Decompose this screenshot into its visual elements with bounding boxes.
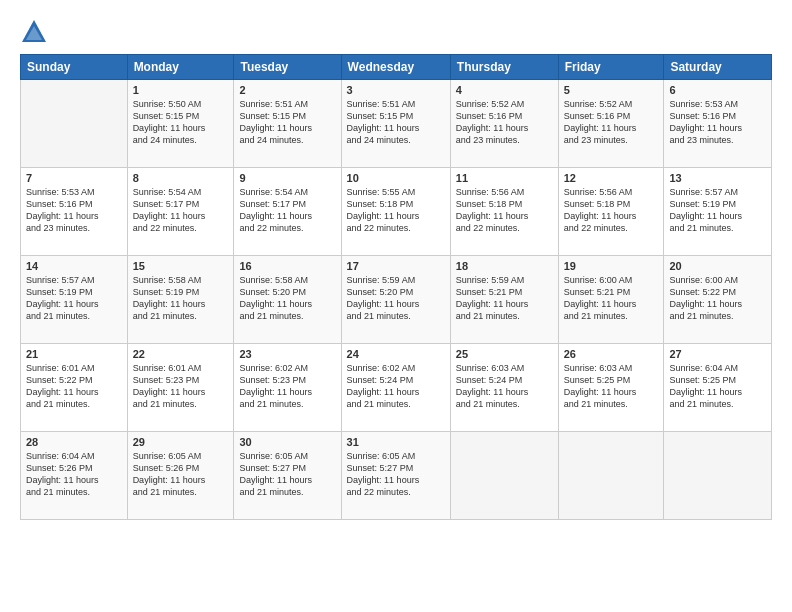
day-number: 21 — [26, 348, 122, 360]
day-header-sunday: Sunday — [21, 55, 128, 80]
calendar-cell: 25Sunrise: 6:03 AMSunset: 5:24 PMDayligh… — [450, 344, 558, 432]
day-header-tuesday: Tuesday — [234, 55, 341, 80]
day-info: Sunrise: 6:03 AMSunset: 5:24 PMDaylight:… — [456, 362, 553, 411]
day-info: Sunrise: 5:58 AMSunset: 5:19 PMDaylight:… — [133, 274, 229, 323]
day-info: Sunrise: 5:57 AMSunset: 5:19 PMDaylight:… — [669, 186, 766, 235]
day-info: Sunrise: 5:56 AMSunset: 5:18 PMDaylight:… — [564, 186, 659, 235]
day-info: Sunrise: 6:01 AMSunset: 5:22 PMDaylight:… — [26, 362, 122, 411]
header — [20, 18, 772, 46]
day-info: Sunrise: 5:59 AMSunset: 5:21 PMDaylight:… — [456, 274, 553, 323]
day-number: 9 — [239, 172, 335, 184]
day-number: 10 — [347, 172, 445, 184]
calendar-cell: 31Sunrise: 6:05 AMSunset: 5:27 PMDayligh… — [341, 432, 450, 520]
day-info: Sunrise: 5:51 AMSunset: 5:15 PMDaylight:… — [239, 98, 335, 147]
day-info: Sunrise: 5:56 AMSunset: 5:18 PMDaylight:… — [456, 186, 553, 235]
day-info: Sunrise: 6:00 AMSunset: 5:21 PMDaylight:… — [564, 274, 659, 323]
day-info: Sunrise: 5:55 AMSunset: 5:18 PMDaylight:… — [347, 186, 445, 235]
day-info: Sunrise: 6:03 AMSunset: 5:25 PMDaylight:… — [564, 362, 659, 411]
day-info: Sunrise: 6:00 AMSunset: 5:22 PMDaylight:… — [669, 274, 766, 323]
calendar-cell: 27Sunrise: 6:04 AMSunset: 5:25 PMDayligh… — [664, 344, 772, 432]
day-number: 17 — [347, 260, 445, 272]
calendar-cell — [558, 432, 664, 520]
day-info: Sunrise: 6:02 AMSunset: 5:23 PMDaylight:… — [239, 362, 335, 411]
day-info: Sunrise: 6:04 AMSunset: 5:26 PMDaylight:… — [26, 450, 122, 499]
calendar-header-row: SundayMondayTuesdayWednesdayThursdayFrid… — [21, 55, 772, 80]
day-header-friday: Friday — [558, 55, 664, 80]
day-number: 11 — [456, 172, 553, 184]
day-header-wednesday: Wednesday — [341, 55, 450, 80]
day-number: 3 — [347, 84, 445, 96]
calendar-cell: 8Sunrise: 5:54 AMSunset: 5:17 PMDaylight… — [127, 168, 234, 256]
day-info: Sunrise: 6:05 AMSunset: 5:27 PMDaylight:… — [347, 450, 445, 499]
calendar-week-5: 28Sunrise: 6:04 AMSunset: 5:26 PMDayligh… — [21, 432, 772, 520]
day-number: 2 — [239, 84, 335, 96]
calendar-cell: 23Sunrise: 6:02 AMSunset: 5:23 PMDayligh… — [234, 344, 341, 432]
calendar-cell — [450, 432, 558, 520]
day-number: 8 — [133, 172, 229, 184]
calendar-week-4: 21Sunrise: 6:01 AMSunset: 5:22 PMDayligh… — [21, 344, 772, 432]
calendar-table: SundayMondayTuesdayWednesdayThursdayFrid… — [20, 54, 772, 520]
calendar-cell: 14Sunrise: 5:57 AMSunset: 5:19 PMDayligh… — [21, 256, 128, 344]
day-info: Sunrise: 5:50 AMSunset: 5:15 PMDaylight:… — [133, 98, 229, 147]
day-info: Sunrise: 5:54 AMSunset: 5:17 PMDaylight:… — [239, 186, 335, 235]
day-info: Sunrise: 5:57 AMSunset: 5:19 PMDaylight:… — [26, 274, 122, 323]
day-info: Sunrise: 6:01 AMSunset: 5:23 PMDaylight:… — [133, 362, 229, 411]
calendar-cell: 17Sunrise: 5:59 AMSunset: 5:20 PMDayligh… — [341, 256, 450, 344]
day-number: 13 — [669, 172, 766, 184]
calendar-cell: 6Sunrise: 5:53 AMSunset: 5:16 PMDaylight… — [664, 80, 772, 168]
logo — [20, 18, 52, 46]
calendar-cell: 4Sunrise: 5:52 AMSunset: 5:16 PMDaylight… — [450, 80, 558, 168]
calendar-cell: 19Sunrise: 6:00 AMSunset: 5:21 PMDayligh… — [558, 256, 664, 344]
calendar-cell: 7Sunrise: 5:53 AMSunset: 5:16 PMDaylight… — [21, 168, 128, 256]
calendar-cell: 28Sunrise: 6:04 AMSunset: 5:26 PMDayligh… — [21, 432, 128, 520]
day-info: Sunrise: 6:02 AMSunset: 5:24 PMDaylight:… — [347, 362, 445, 411]
day-number: 24 — [347, 348, 445, 360]
calendar-cell: 11Sunrise: 5:56 AMSunset: 5:18 PMDayligh… — [450, 168, 558, 256]
day-header-thursday: Thursday — [450, 55, 558, 80]
day-number: 5 — [564, 84, 659, 96]
day-number: 4 — [456, 84, 553, 96]
day-number: 19 — [564, 260, 659, 272]
calendar-cell: 15Sunrise: 5:58 AMSunset: 5:19 PMDayligh… — [127, 256, 234, 344]
day-number: 26 — [564, 348, 659, 360]
calendar-cell — [21, 80, 128, 168]
calendar-week-1: 1Sunrise: 5:50 AMSunset: 5:15 PMDaylight… — [21, 80, 772, 168]
day-header-monday: Monday — [127, 55, 234, 80]
calendar-cell: 10Sunrise: 5:55 AMSunset: 5:18 PMDayligh… — [341, 168, 450, 256]
calendar-cell: 2Sunrise: 5:51 AMSunset: 5:15 PMDaylight… — [234, 80, 341, 168]
day-number: 15 — [133, 260, 229, 272]
day-number: 7 — [26, 172, 122, 184]
calendar-cell: 30Sunrise: 6:05 AMSunset: 5:27 PMDayligh… — [234, 432, 341, 520]
day-number: 31 — [347, 436, 445, 448]
day-info: Sunrise: 6:05 AMSunset: 5:26 PMDaylight:… — [133, 450, 229, 499]
day-info: Sunrise: 5:52 AMSunset: 5:16 PMDaylight:… — [564, 98, 659, 147]
day-info: Sunrise: 5:53 AMSunset: 5:16 PMDaylight:… — [26, 186, 122, 235]
calendar-cell: 9Sunrise: 5:54 AMSunset: 5:17 PMDaylight… — [234, 168, 341, 256]
calendar-cell: 12Sunrise: 5:56 AMSunset: 5:18 PMDayligh… — [558, 168, 664, 256]
calendar-cell: 22Sunrise: 6:01 AMSunset: 5:23 PMDayligh… — [127, 344, 234, 432]
day-number: 6 — [669, 84, 766, 96]
day-number: 25 — [456, 348, 553, 360]
day-number: 1 — [133, 84, 229, 96]
calendar-week-3: 14Sunrise: 5:57 AMSunset: 5:19 PMDayligh… — [21, 256, 772, 344]
calendar-cell: 3Sunrise: 5:51 AMSunset: 5:15 PMDaylight… — [341, 80, 450, 168]
day-number: 30 — [239, 436, 335, 448]
day-info: Sunrise: 5:52 AMSunset: 5:16 PMDaylight:… — [456, 98, 553, 147]
day-number: 29 — [133, 436, 229, 448]
day-number: 23 — [239, 348, 335, 360]
day-number: 18 — [456, 260, 553, 272]
day-info: Sunrise: 6:05 AMSunset: 5:27 PMDaylight:… — [239, 450, 335, 499]
day-header-saturday: Saturday — [664, 55, 772, 80]
day-number: 28 — [26, 436, 122, 448]
calendar-cell: 29Sunrise: 6:05 AMSunset: 5:26 PMDayligh… — [127, 432, 234, 520]
day-info: Sunrise: 5:53 AMSunset: 5:16 PMDaylight:… — [669, 98, 766, 147]
day-number: 14 — [26, 260, 122, 272]
page-container: SundayMondayTuesdayWednesdayThursdayFrid… — [0, 0, 792, 612]
calendar-cell: 13Sunrise: 5:57 AMSunset: 5:19 PMDayligh… — [664, 168, 772, 256]
calendar-cell: 18Sunrise: 5:59 AMSunset: 5:21 PMDayligh… — [450, 256, 558, 344]
calendar-cell — [664, 432, 772, 520]
calendar-cell: 20Sunrise: 6:00 AMSunset: 5:22 PMDayligh… — [664, 256, 772, 344]
calendar-cell: 26Sunrise: 6:03 AMSunset: 5:25 PMDayligh… — [558, 344, 664, 432]
day-number: 16 — [239, 260, 335, 272]
calendar-cell: 21Sunrise: 6:01 AMSunset: 5:22 PMDayligh… — [21, 344, 128, 432]
